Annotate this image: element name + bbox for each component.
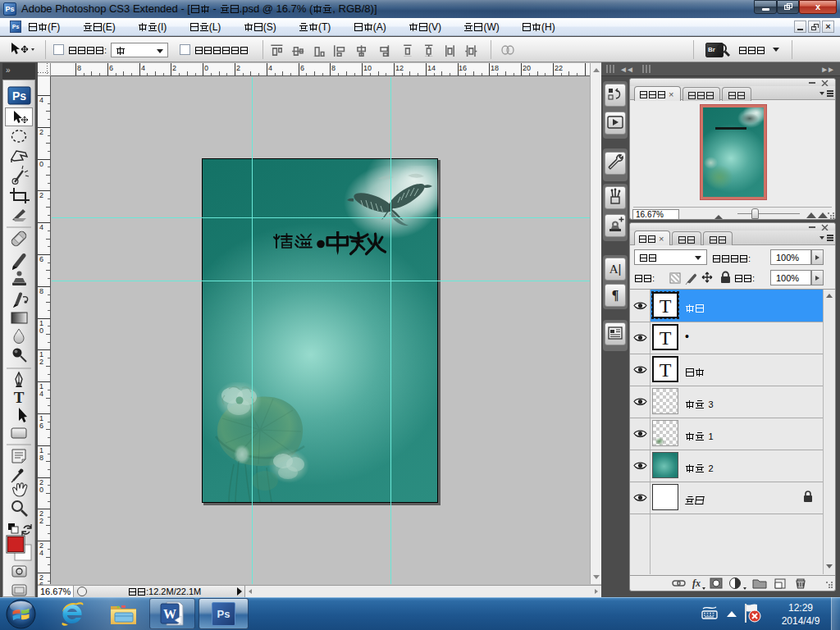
svg-text:T: T [14, 389, 25, 406]
svg-text:W: W [163, 607, 176, 621]
svg-text:fx: fx [692, 578, 701, 589]
svg-text:Ps: Ps [12, 89, 26, 103]
